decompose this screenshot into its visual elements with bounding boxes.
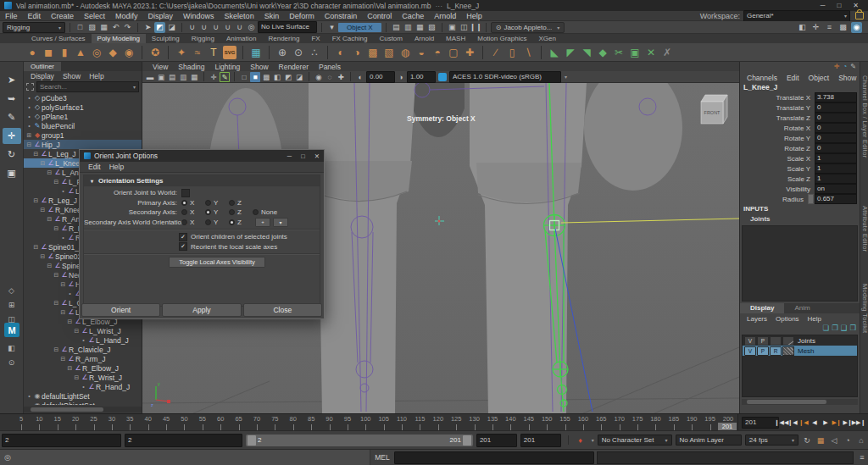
gamma-field[interactable]: 1.00 <box>407 71 436 83</box>
menu-create[interactable]: Create <box>46 12 79 20</box>
orient-button[interactable]: Orient <box>81 303 160 317</box>
checkbox-1[interactable]: ✓ <box>179 242 187 251</box>
playback-end-field[interactable]: 201 <box>520 434 561 447</box>
separate-icon[interactable]: ▧ <box>382 46 396 59</box>
layer-toggle-P[interactable]: P <box>757 346 769 356</box>
menu-arnold[interactable]: Arnold <box>429 12 461 20</box>
radio-y[interactable]: Y <box>205 199 229 207</box>
layer-horizontal-scrollbar[interactable] <box>742 399 858 405</box>
input-operations-icon[interactable]: ▤ <box>391 22 402 33</box>
settings-preferences-icon[interactable]: ◉ <box>851 22 862 33</box>
mel-label[interactable]: MEL <box>370 453 394 462</box>
layer-toggle-P[interactable]: P <box>757 336 769 346</box>
select-component-mode-icon[interactable]: ◪ <box>166 22 177 33</box>
menu-edit[interactable]: Edit <box>23 12 47 20</box>
grease-pencil-icon[interactable]: ✎ <box>220 72 230 82</box>
layer-toggle-R[interactable]: R <box>770 346 782 356</box>
extrude-icon[interactable]: ◓ <box>431 46 444 59</box>
menu-deform[interactable]: Deform <box>284 12 320 20</box>
current-time-marker[interactable]: 201 <box>718 423 737 430</box>
single-pane-layout[interactable]: ⊞ <box>3 299 21 311</box>
grid-options-icon[interactable]: ▩ <box>837 22 849 33</box>
attribute-value-field[interactable]: 3.738 <box>815 92 857 102</box>
range-slider-bar[interactable]: 2201 <box>246 435 473 446</box>
ipr-render-icon[interactable]: ◫ <box>459 22 470 33</box>
outliner-menu-display[interactable]: Display <box>27 72 58 80</box>
poly-plane-icon[interactable]: ◆ <box>106 46 120 59</box>
checkbox-0[interactable]: ✓ <box>179 233 187 241</box>
boolean-union-icon[interactable]: ◍ <box>398 46 412 59</box>
lock-workspace-icon[interactable] <box>855 12 864 19</box>
expand-toggle-icon[interactable]: ⊟ <box>73 328 81 335</box>
anim-layer-dropdown[interactable]: No Anim Layer <box>676 435 742 446</box>
quad-draw-icon[interactable]: ✚ <box>463 46 476 59</box>
boolean-difference-icon[interactable]: ◒ <box>415 46 428 59</box>
outliner-menu-show[interactable]: Show <box>59 72 84 80</box>
snap-to-grid-icon[interactable]: ∪ <box>186 22 198 33</box>
offset-edge-loop-icon[interactable]: ∖ <box>521 46 535 59</box>
isolate-icon[interactable]: ◎ <box>4 453 11 462</box>
radio-y[interactable]: Y <box>205 219 229 226</box>
2d-pan-zoom-icon[interactable]: ✛ <box>209 72 219 82</box>
dialog-close-button[interactable]: ✕ <box>314 152 320 160</box>
dialog-title-bar[interactable]: Orient Joint Options ─ □ ✕ <box>80 150 324 162</box>
snap-to-curve-icon[interactable]: ∪ <box>198 22 209 33</box>
shelf-tab-motion-graphics[interactable]: Motion Graphics <box>471 34 532 43</box>
selected-object-name[interactable]: L_Knee_J <box>740 83 860 92</box>
expand-toggle-icon[interactable]: ⊟ <box>53 346 60 353</box>
playback-start-field[interactable]: 201 <box>476 434 517 447</box>
paint-select-tool[interactable]: ✎ <box>3 109 21 125</box>
menu-constrain[interactable]: Constrain <box>320 12 363 20</box>
layer-toggle-V[interactable]: V <box>744 336 756 346</box>
step-back-frame-button[interactable]: ❙◀ <box>798 416 809 429</box>
attribute-value-field[interactable]: 0 <box>815 143 857 153</box>
open-scene-icon[interactable]: ▨ <box>86 22 97 33</box>
attribute-value-field[interactable]: 1 <box>815 163 857 174</box>
camera-attributes-icon[interactable]: ▤ <box>167 72 177 82</box>
time-slider[interactable]: 5101520253035404550556065707580859095100… <box>0 414 738 431</box>
type-tool-icon[interactable]: T <box>207 46 220 59</box>
gamma-icon[interactable]: ◑ <box>396 72 406 82</box>
expand-toggle-icon[interactable]: ⊟ <box>32 151 40 158</box>
cached-playback-icon[interactable]: ▦ <box>815 436 826 445</box>
render-settings-icon[interactable]: ▦ <box>415 22 426 33</box>
snap-to-view-plane-icon[interactable]: ∪ <box>234 22 245 33</box>
channel-menu-show[interactable]: Show <box>834 74 860 82</box>
menu-control[interactable]: Control <box>362 12 397 20</box>
scale-tool[interactable]: ▣ <box>3 165 21 181</box>
shelf-tab-animation[interactable]: Animation <box>220 34 263 43</box>
construction-history-icon[interactable]: ▥ <box>403 22 414 33</box>
poly-cylinder-icon[interactable]: ▮ <box>58 46 71 59</box>
render-icon[interactable]: ▣ <box>447 22 458 33</box>
mel-command-input[interactable] <box>394 451 594 464</box>
world-orientation-sign-button-0[interactable]: + <box>255 218 270 227</box>
image-plane-icon[interactable]: ▦ <box>189 72 199 82</box>
live-surface-field[interactable]: No Live Surface <box>258 21 317 33</box>
world-orientation-sign-button-1[interactable]: ▾ <box>273 218 288 227</box>
attribute-value-field[interactable]: 1 <box>815 153 857 163</box>
expand-toggle-icon[interactable]: ⊟ <box>66 318 74 325</box>
radio-none[interactable]: None <box>253 208 287 216</box>
radio-x[interactable]: X <box>181 199 205 207</box>
account-chip[interactable]: ⊙Jacob Appleto...▾ <box>491 22 565 33</box>
workspace-dropdown[interactable]: General*▾ <box>743 10 850 22</box>
attribute-value-field[interactable]: 0 <box>815 133 857 143</box>
layer-swatch[interactable] <box>782 336 794 346</box>
isolate-select-icon[interactable]: ◉ <box>314 72 324 82</box>
go-to-start-button[interactable]: ❙◀◀ <box>776 416 787 429</box>
outliner-item-r_hand_j[interactable]: •∠R_Hand_J <box>24 382 142 391</box>
lock-camera-icon[interactable]: ▣ <box>156 72 166 82</box>
texture-editor-icon[interactable]: ▧ <box>426 22 437 33</box>
new-layer-from-selected-icon[interactable]: ❒ <box>849 324 856 334</box>
outliner-item-r_elbow_j[interactable]: ⊟∠R_Elbow_J <box>24 363 142 373</box>
channel-menu-edit[interactable]: Edit <box>782 74 804 82</box>
shelf-tab-xgen[interactable]: XGen <box>532 34 561 43</box>
maximize-button[interactable]: □ <box>837 2 841 9</box>
poly-torus-icon[interactable]: ◎ <box>90 46 103 59</box>
filter-icon[interactable] <box>26 83 34 91</box>
search-input[interactable]: Search...▾ <box>36 81 139 92</box>
sweep-mesh-icon[interactable]: ✦ <box>175 46 188 59</box>
edge-loop-icon[interactable]: ∕ <box>489 46 503 59</box>
outliner-item-group1[interactable]: ⊞◆group1 <box>24 130 142 140</box>
current-frame-field[interactable]: 201 <box>742 417 779 429</box>
